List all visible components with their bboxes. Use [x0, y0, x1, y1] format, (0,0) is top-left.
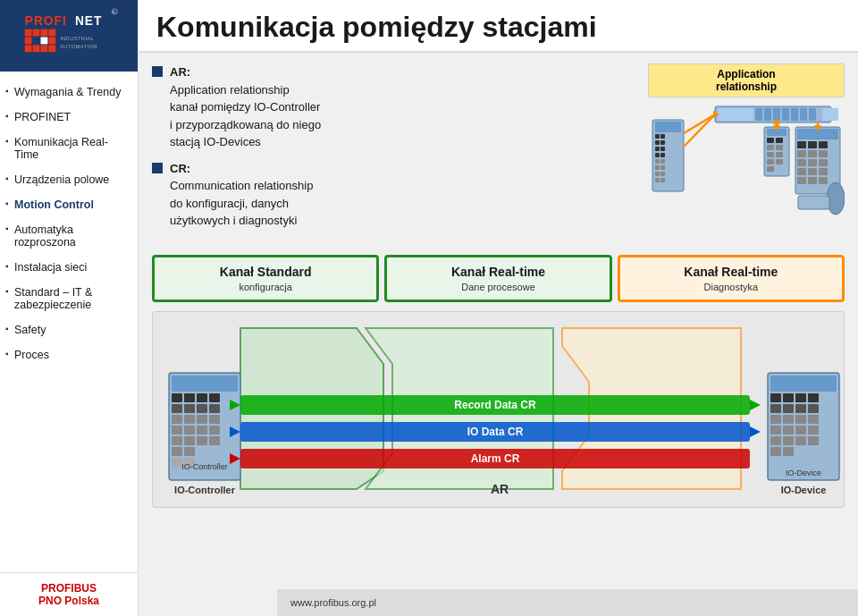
svg-rect-131	[783, 404, 794, 413]
text-block: AR: Application relationship kanał pomię…	[152, 63, 635, 239]
sidebar-item-5[interactable]: Automatyka rozproszona	[0, 218, 138, 254]
svg-rect-108	[184, 447, 195, 456]
channel-rt-diag-sub: Diagnostyka	[626, 282, 837, 292]
sidebar-item-2[interactable]: Komunikacja Real-Time	[0, 131, 138, 166]
svg-rect-28	[655, 159, 660, 164]
svg-rect-88	[184, 393, 195, 402]
page-title: Komunikacja pomiędzy stacjami	[156, 11, 840, 44]
svg-rect-107	[172, 447, 182, 456]
svg-rect-94	[209, 404, 220, 413]
svg-rect-63	[808, 150, 817, 157]
svg-rect-22	[655, 140, 660, 145]
svg-rect-141	[808, 426, 819, 435]
svg-rect-147	[783, 447, 794, 456]
svg-rect-145	[808, 436, 819, 445]
sidebar-item-0[interactable]: Wymagania & Trendy	[0, 80, 138, 104]
svg-rect-142	[770, 436, 781, 445]
svg-rect-87	[172, 393, 182, 402]
svg-rect-37	[718, 108, 753, 121]
svg-rect-19	[655, 122, 681, 132]
svg-rect-68	[797, 168, 806, 175]
channel-realtime-diag: Kanał Real-time Diagnostyka	[618, 255, 845, 303]
svg-rect-44	[809, 108, 816, 121]
svg-rect-53	[776, 152, 783, 157]
bottom-diagram: IO-Controller Record Data CR IO Data CR …	[152, 311, 845, 508]
svg-rect-54	[767, 159, 774, 165]
top-section: AR: Application relationship kanał pomię…	[152, 63, 845, 239]
svg-rect-39	[764, 108, 771, 121]
svg-rect-52	[767, 152, 774, 157]
svg-rect-66	[808, 159, 817, 166]
logo-area: PROFI NET INDUSTRIAL AUTOMATION R	[0, 0, 138, 72]
svg-rect-34	[655, 178, 660, 182]
svg-rect-72	[808, 177, 817, 184]
sidebar-item-3[interactable]: Urządzenia polowe	[0, 168, 138, 191]
footer-url: www.profibus.org.pl	[290, 597, 376, 608]
sidebar-item-6[interactable]: Instalacja sieci	[0, 256, 138, 279]
sidebar-item-8[interactable]: Safety	[0, 318, 138, 342]
svg-rect-101	[197, 426, 207, 435]
svg-rect-92	[184, 404, 195, 413]
svg-rect-23	[660, 140, 665, 145]
svg-rect-43	[800, 108, 807, 121]
svg-rect-67	[819, 159, 828, 166]
svg-rect-26	[655, 153, 660, 157]
bullet-square-cr	[152, 163, 163, 173]
svg-rect-27	[660, 153, 665, 157]
svg-rect-25	[660, 147, 665, 151]
svg-rect-140	[795, 426, 806, 435]
svg-rect-100	[184, 426, 195, 435]
svg-rect-8	[40, 37, 47, 44]
svg-rect-50	[767, 145, 774, 150]
svg-rect-104	[184, 436, 195, 445]
svg-rect-5	[40, 30, 47, 37]
svg-rect-129	[808, 393, 819, 402]
svg-rect-42	[791, 108, 798, 121]
sidebar-bottom: PROFIBUS PNO Polska	[0, 572, 138, 616]
svg-rect-130	[770, 404, 781, 413]
svg-rect-134	[770, 415, 781, 424]
bullet-cr: CR: Communication relationship do konfig…	[152, 160, 635, 230]
sidebar-item-4[interactable]: Motion Control	[0, 193, 138, 216]
svg-rect-103	[172, 436, 182, 445]
svg-rect-45	[822, 108, 838, 121]
svg-rect-139	[783, 426, 794, 435]
svg-rect-12	[40, 45, 47, 52]
svg-text:PROFI: PROFI	[25, 14, 67, 28]
channel-rt-process-title: Kanał Real-time	[392, 265, 603, 280]
svg-rect-13	[48, 45, 55, 52]
svg-rect-128	[795, 393, 806, 402]
bullet-square-ar	[152, 66, 163, 77]
svg-text:Alarm CR: Alarm CR	[471, 452, 520, 465]
svg-rect-132	[795, 404, 806, 413]
svg-rect-138	[770, 426, 781, 435]
svg-rect-97	[197, 415, 207, 424]
svg-rect-32	[655, 172, 660, 176]
svg-rect-75	[798, 196, 829, 209]
sidebar-item-9[interactable]: Proces	[0, 343, 138, 367]
svg-rect-64	[819, 150, 828, 157]
svg-text:IO-Device: IO-Device	[786, 468, 821, 477]
svg-text:Record Data CR: Record Data CR	[454, 399, 536, 411]
svg-rect-38	[755, 108, 762, 121]
svg-text:IO-Device: IO-Device	[781, 485, 827, 495]
svg-rect-56	[767, 166, 774, 172]
svg-rect-49	[776, 138, 783, 143]
svg-rect-41	[782, 108, 789, 121]
svg-rect-65	[797, 159, 806, 166]
svg-marker-122	[750, 426, 761, 437]
channel-standard-sub: konfiguracja	[160, 282, 371, 292]
svg-rect-33	[660, 172, 665, 176]
app-relationship-label: Applicationrelationship	[648, 63, 845, 97]
profibus-label: PROFIBUS	[9, 582, 129, 595]
svg-text:R: R	[113, 10, 115, 14]
svg-rect-70	[819, 168, 828, 175]
svg-rect-91	[172, 404, 182, 413]
svg-rect-93	[197, 404, 207, 413]
svg-rect-6	[48, 30, 55, 37]
svg-rect-126	[770, 393, 781, 402]
sidebar-item-1[interactable]: PROFINET	[0, 105, 138, 129]
sidebar-item-7[interactable]: Standard – IT & zabezpieczenie	[0, 281, 138, 316]
svg-rect-127	[783, 393, 794, 402]
svg-rect-4	[33, 30, 40, 37]
